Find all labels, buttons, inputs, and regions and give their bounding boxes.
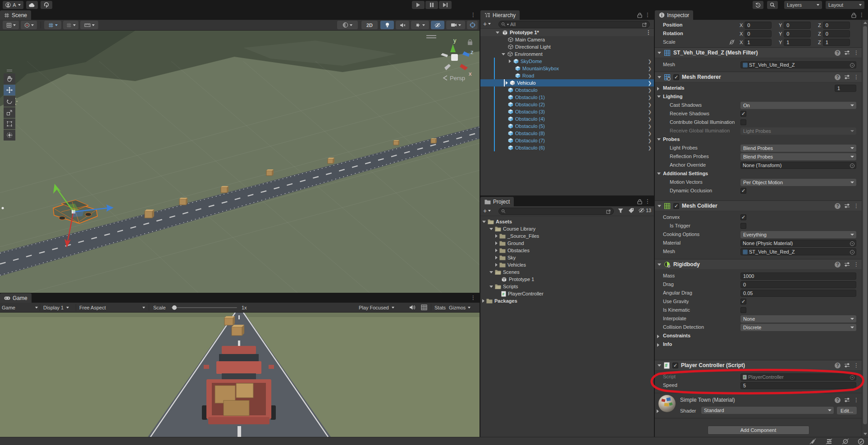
convex-checkbox[interactable] xyxy=(740,214,746,220)
game-view-dropdown[interactable]: Game xyxy=(2,303,38,313)
hierarchy-item[interactable]: Main Camera xyxy=(480,36,654,43)
scale-x-field[interactable]: 1 xyxy=(745,39,772,46)
tab-project[interactable]: Project xyxy=(480,197,514,206)
collision-detection-dropdown[interactable]: Discrete xyxy=(740,324,856,331)
cast-shadows-dropdown[interactable]: On xyxy=(740,102,856,109)
cooking-options-dropdown[interactable]: Everything xyxy=(740,231,856,238)
play-button[interactable] xyxy=(412,1,425,9)
hierarchy-item-selected[interactable]: Vehiculo❯ xyxy=(480,79,654,86)
inspector-lock-icon[interactable] xyxy=(851,13,856,18)
hierarchy-item-prefab[interactable]: Obstaculo (2)❯ xyxy=(480,101,654,108)
hierarchy-item-prefab[interactable]: SkyDome❯ xyxy=(480,58,654,65)
tab-hierarchy[interactable]: Hierarchy xyxy=(480,10,520,20)
layers-dropdown[interactable]: Layers xyxy=(784,1,822,9)
plastic-scm-button[interactable] xyxy=(41,1,52,9)
collider-mesh-field[interactable]: ST_Veh_Ute_Red_Z xyxy=(740,248,856,255)
speed-field[interactable]: 5 xyxy=(740,382,856,389)
filter-by-type-button[interactable] xyxy=(617,208,624,214)
hierarchy-scene-row[interactable]: Prototype 1* ⋮ xyxy=(480,29,654,36)
slashed-brush-icon[interactable] xyxy=(809,438,817,445)
scale-slider[interactable] xyxy=(171,307,237,308)
grid-visibility-toggle[interactable] xyxy=(44,21,61,29)
mesh-renderer-header[interactable]: Mesh Renderer ?⋮ xyxy=(655,72,862,82)
add-component-button[interactable]: Add Component xyxy=(708,426,809,435)
materials-count-field[interactable]: 1 xyxy=(835,85,856,92)
presets-icon[interactable] xyxy=(844,397,850,403)
position-z-field[interactable]: 0 xyxy=(823,22,850,29)
component-menu-icon[interactable]: ⋮ xyxy=(854,74,859,80)
hand-tool-button[interactable] xyxy=(4,73,15,84)
check-circle-icon[interactable] xyxy=(858,438,864,445)
component-tools-dropdown[interactable] xyxy=(467,21,478,29)
rotate-tool-button[interactable] xyxy=(4,96,15,107)
scale-z-field[interactable]: 1 xyxy=(823,39,850,46)
component-menu-icon[interactable]: ⋮ xyxy=(854,397,859,403)
rotation-y-field[interactable]: 0 xyxy=(784,30,811,37)
play-focused-dropdown[interactable]: Play Focused xyxy=(359,303,394,313)
search-jump-icon[interactable] xyxy=(642,22,647,27)
hierarchy-item-prefab[interactable]: Obstaculo (7)❯ xyxy=(480,137,654,144)
project-lock-icon[interactable] xyxy=(637,199,642,204)
project-item-script[interactable]: #PlayerController xyxy=(480,290,654,297)
scrollbar-thumb[interactable] xyxy=(863,26,867,424)
object-picker-icon[interactable] xyxy=(850,163,854,168)
contribute-gi-checkbox[interactable] xyxy=(740,119,746,125)
hierarchy-menu-icon[interactable]: ⋮ xyxy=(645,12,650,18)
shading-mode-dropdown[interactable] xyxy=(337,21,358,29)
rect-tool-button[interactable] xyxy=(4,118,15,129)
vsync-toggle[interactable] xyxy=(421,304,427,310)
toolstrip-handle[interactable] xyxy=(4,68,15,73)
scroll-down-icon[interactable] xyxy=(863,433,867,435)
scale-y-field[interactable]: 1 xyxy=(784,39,811,46)
tab-scene[interactable]: Scene xyxy=(0,10,31,20)
handle-rotation-dropdown[interactable] xyxy=(21,21,37,29)
player-controller-header[interactable]: # Player Controller (Script) ?⋮ xyxy=(655,360,862,371)
motion-vectors-dropdown[interactable]: Per Object Motion xyxy=(740,179,856,186)
presets-icon[interactable] xyxy=(844,50,850,55)
hierarchy-item[interactable]: Directional Light xyxy=(480,43,654,50)
component-menu-icon[interactable]: ⋮ xyxy=(854,50,859,56)
hierarchy-item-prefab[interactable]: Obstaculo (4)❯ xyxy=(480,115,654,123)
component-enabled-checkbox[interactable] xyxy=(672,363,678,368)
tab-game[interactable]: Game xyxy=(0,293,32,303)
is-trigger-checkbox[interactable] xyxy=(740,223,746,229)
scene-panel-menu-icon[interactable]: ⋮ xyxy=(471,12,476,18)
reflection-probes-dropdown[interactable]: Blend Probes xyxy=(740,153,856,160)
audio-mute-toggle[interactable] xyxy=(396,21,409,29)
2d-toggle[interactable]: 2D xyxy=(361,21,378,29)
project-item-scene[interactable]: Prototype 1 xyxy=(480,276,654,283)
rotation-z-field[interactable]: 0 xyxy=(823,30,850,37)
hierarchy-item[interactable]: Environment xyxy=(480,50,654,58)
game-panel-menu-icon[interactable]: ⋮ xyxy=(471,295,476,301)
object-picker-icon[interactable] xyxy=(850,241,854,246)
rotation-x-field[interactable]: 0 xyxy=(745,30,772,37)
game-viewport[interactable] xyxy=(0,313,480,437)
inspector-scrollbar[interactable] xyxy=(862,20,868,437)
hierarchy-item-prefab[interactable]: MountainSkybox❯ xyxy=(480,65,654,72)
presets-icon[interactable] xyxy=(844,203,850,209)
additional-settings-row[interactable]: Additional Settings xyxy=(655,169,862,178)
move-tool-button[interactable] xyxy=(4,85,15,95)
increment-snap-dropdown[interactable] xyxy=(80,21,98,29)
project-search-input[interactable] xyxy=(498,208,614,215)
hierarchy-item-prefab[interactable]: Obstaculo❯ xyxy=(480,86,654,94)
presets-icon[interactable] xyxy=(844,262,850,267)
lighting-section-row[interactable]: Lighting xyxy=(655,92,862,101)
interpolate-dropdown[interactable]: None xyxy=(740,315,856,322)
effects-dropdown[interactable] xyxy=(411,21,429,29)
project-item-folder[interactable]: Sky xyxy=(480,254,654,261)
project-item-folder[interactable]: Scenes xyxy=(480,268,654,276)
layout-dropdown[interactable]: Layout xyxy=(826,1,864,9)
probes-section-row[interactable]: Probes xyxy=(655,135,862,144)
inspector-menu-icon[interactable]: ⋮ xyxy=(859,12,864,18)
search-button[interactable] xyxy=(767,1,778,9)
stats-button[interactable]: Stats xyxy=(434,305,446,310)
undo-history-button[interactable] xyxy=(753,1,763,9)
component-menu-icon[interactable]: ⋮ xyxy=(854,261,859,268)
help-icon[interactable]: ? xyxy=(835,363,841,368)
physic-material-field[interactable]: None (Physic Material) xyxy=(740,240,856,247)
camera-settings-dropdown[interactable] xyxy=(446,21,465,29)
component-enabled-checkbox[interactable] xyxy=(673,74,679,80)
presets-icon[interactable] xyxy=(844,74,850,80)
presets-icon[interactable] xyxy=(844,363,850,368)
